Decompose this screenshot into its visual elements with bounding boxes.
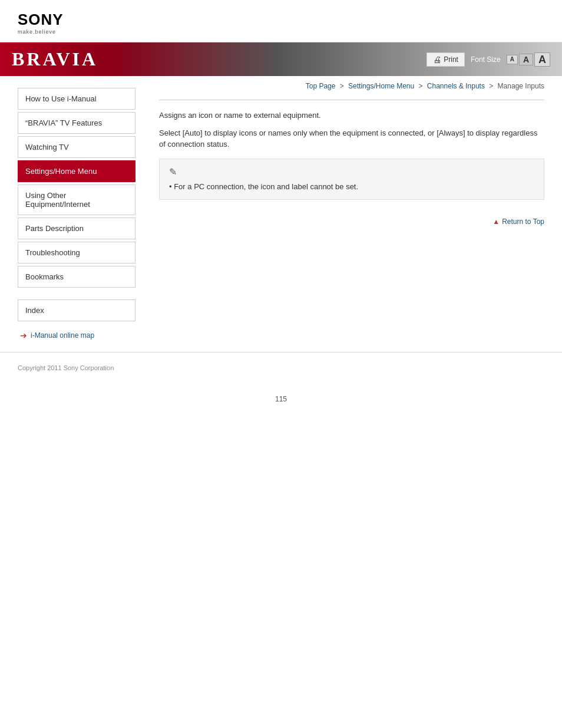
- breadcrumb-top-page[interactable]: Top Page: [306, 82, 336, 90]
- up-arrow-icon: ▲: [492, 218, 500, 226]
- sidebar-item-bookmarks[interactable]: Bookmarks: [18, 266, 135, 288]
- note-icon: ✎: [169, 166, 534, 177]
- online-map-link[interactable]: ➔ i-Manual online map: [18, 331, 135, 340]
- sidebar-item-watching-tv[interactable]: Watching TV: [18, 136, 135, 158]
- description-2: Select [Auto] to display icons or names …: [159, 127, 544, 150]
- print-icon: 🖨: [433, 55, 441, 64]
- bravia-title: BRAVIA: [12, 48, 98, 70]
- main-layout: How to Use i-Manual“BRAVIA” TV FeaturesW…: [0, 76, 562, 352]
- return-to-top-container: ▲ Return to Top: [159, 218, 544, 226]
- sidebar-item-troubleshooting[interactable]: Troubleshooting: [18, 242, 135, 263]
- sidebar-nav: How to Use i-Manual“BRAVIA” TV FeaturesW…: [18, 88, 135, 288]
- return-to-top-link[interactable]: ▲ Return to Top: [492, 218, 544, 226]
- font-size-label: Font Size: [471, 55, 501, 64]
- return-to-top-label: Return to Top: [502, 218, 544, 226]
- online-map-label: i-Manual online map: [31, 331, 94, 340]
- arrow-icon: ➔: [20, 331, 27, 340]
- header: SONY make.believe: [0, 0, 562, 42]
- sony-brand: SONY: [18, 11, 544, 29]
- content-divider: [159, 100, 544, 100]
- sony-tagline: make.believe: [18, 29, 544, 35]
- note-box: ✎ For a PC connection, the icon and labe…: [159, 159, 544, 200]
- sidebar-item-using-other[interactable]: Using Other Equipment/Internet: [18, 185, 135, 215]
- copyright: Copyright 2011 Sony Corporation: [0, 358, 562, 383]
- breadcrumb-current: Manage Inputs: [498, 82, 544, 90]
- font-large-button[interactable]: A: [534, 52, 550, 67]
- breadcrumb-settings-home[interactable]: Settings/Home Menu: [348, 82, 414, 90]
- sidebar-item-settings-home[interactable]: Settings/Home Menu: [18, 160, 135, 182]
- description-1: Assigns an icon or name to external equi…: [159, 110, 544, 121]
- page-number: 115: [0, 383, 562, 415]
- breadcrumb-channels-inputs[interactable]: Channels & Inputs: [427, 82, 485, 90]
- bravia-banner: BRAVIA 🖨 Print Font Size A A A: [0, 42, 562, 76]
- font-size-controls: A A A: [507, 52, 550, 67]
- note-text: For a PC connection, the icon and label …: [169, 181, 534, 193]
- banner-controls: 🖨 Print Font Size A A A: [427, 52, 550, 67]
- sidebar: How to Use i-Manual“BRAVIA” TV FeaturesW…: [0, 76, 141, 352]
- sidebar-item-parts-description[interactable]: Parts Description: [18, 218, 135, 239]
- sidebar-item-bravia-features[interactable]: “BRAVIA” TV Features: [18, 112, 135, 134]
- content-area: Top Page > Settings/Home Menu > Channels…: [141, 76, 562, 352]
- print-label: Print: [444, 55, 458, 64]
- sidebar-item-index[interactable]: Index: [18, 299, 135, 321]
- sidebar-item-how-to-use[interactable]: How to Use i-Manual: [18, 88, 135, 110]
- font-medium-button[interactable]: A: [519, 54, 533, 65]
- font-small-button[interactable]: A: [507, 55, 518, 64]
- footer-divider: [0, 352, 562, 353]
- breadcrumb: Top Page > Settings/Home Menu > Channels…: [159, 82, 544, 94]
- sony-logo: SONY make.believe: [18, 11, 544, 35]
- print-button[interactable]: 🖨 Print: [427, 52, 465, 67]
